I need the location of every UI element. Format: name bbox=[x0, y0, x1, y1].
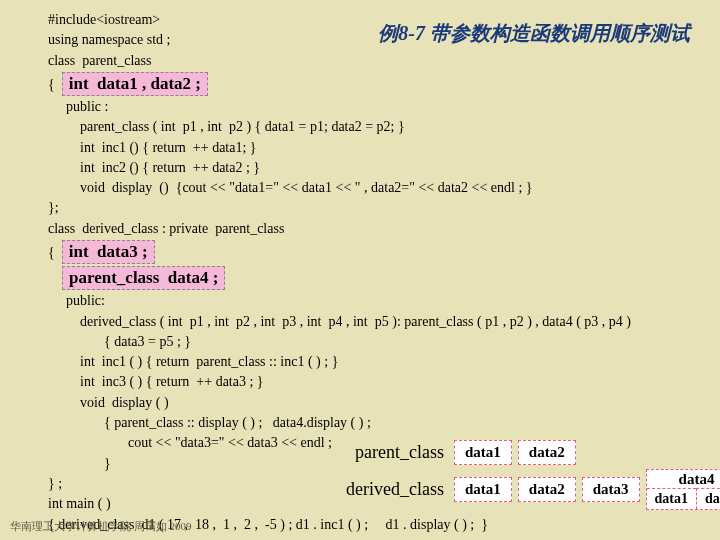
diagram-cell: data3 bbox=[582, 477, 640, 502]
diagram-subobject: data4 data1 data2 bbox=[646, 469, 720, 510]
code-line: { int data1 , data2 ; bbox=[48, 71, 720, 97]
diagram-cell: data2 bbox=[518, 440, 576, 465]
code-line: public: bbox=[48, 291, 720, 311]
code-line: void display () {cout << "data1=" << dat… bbox=[48, 178, 720, 198]
diagram-cell: data2 bbox=[518, 477, 576, 502]
code-line: int inc1 ( ) { return parent_class :: in… bbox=[48, 352, 720, 372]
footer-credit: 华南理工大学计算机学院 周霭如 2009 bbox=[10, 519, 192, 534]
row-label: derived_class bbox=[330, 479, 448, 500]
memory-diagram: parent_class data1 data2 derived_class d… bbox=[330, 440, 720, 510]
code-line: int inc2 () { return ++ data2 ; } bbox=[48, 158, 720, 178]
sub-cell: data1 bbox=[647, 488, 696, 509]
highlight-members-2b: parent_class data4 ; bbox=[62, 266, 225, 290]
diagram-cell: data1 bbox=[454, 477, 512, 502]
code-line: parent_class ( int p1 , int p2 ) { data1… bbox=[48, 117, 720, 137]
row-label: parent_class bbox=[330, 442, 448, 463]
diagram-row-derived: derived_class data1 data2 data3 data4 da… bbox=[330, 469, 720, 510]
highlight-members-2a: int data3 ; bbox=[62, 240, 155, 264]
code-line: parent_class data4 ; bbox=[48, 265, 720, 291]
diagram-row-parent: parent_class data1 data2 bbox=[330, 440, 720, 465]
sub-label: data4 bbox=[647, 470, 720, 488]
code-line: derived_class ( int p1 , int p2 , int p3… bbox=[48, 312, 720, 332]
code-line: int inc3 ( ) { return ++ data3 ; } bbox=[48, 372, 720, 392]
code-line: { data3 = p5 ; } bbox=[48, 332, 720, 352]
code-line: }; bbox=[48, 198, 720, 218]
code-line: void display ( ) bbox=[48, 393, 720, 413]
code-line: { parent_class :: display ( ) ; data4.di… bbox=[48, 413, 720, 433]
code-line: class parent_class bbox=[48, 51, 720, 71]
code-line: public : bbox=[48, 97, 720, 117]
highlight-members-1: int data1 , data2 ; bbox=[62, 72, 208, 96]
code-line: class derived_class : private parent_cla… bbox=[48, 219, 720, 239]
code-line: int inc1 () { return ++ data1; } bbox=[48, 138, 720, 158]
code-line: { int data3 ; bbox=[48, 239, 720, 265]
sub-cell: data2 bbox=[696, 488, 720, 509]
diagram-cell: data1 bbox=[454, 440, 512, 465]
slide-title: 例8-7 带参数构造函数调用顺序测试 bbox=[378, 20, 690, 47]
